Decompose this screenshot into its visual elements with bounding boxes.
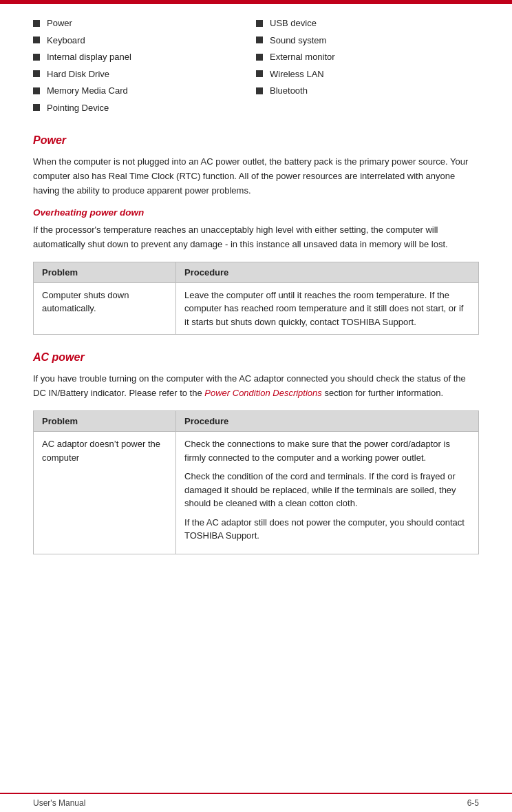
bullet-item: Pointing Device bbox=[33, 101, 256, 115]
overheating-title: Overheating power down bbox=[33, 207, 479, 218]
bullet-label: Keyboard bbox=[47, 34, 85, 48]
overheating-subsection: Overheating power down If the processor'… bbox=[33, 207, 479, 335]
bullet-icon bbox=[256, 37, 263, 43]
power-section: Power When the computer is not plugged i… bbox=[33, 134, 479, 335]
ac-table-header-problem: Problem bbox=[34, 411, 176, 432]
bullet-label: Memory Media Card bbox=[47, 84, 128, 98]
procedure-line: Check the condition of the cord and term… bbox=[184, 470, 470, 510]
overheating-table-header-procedure: Procedure bbox=[176, 262, 479, 282]
problem-cell: AC adaptor doesn’t power the computer bbox=[34, 432, 176, 554]
bullet-icon bbox=[33, 87, 40, 94]
ac-table-header-procedure: Procedure bbox=[176, 411, 479, 432]
power-paragraph: When the computer is not plugged into an… bbox=[33, 155, 479, 198]
bullet-label: Power bbox=[47, 17, 72, 30]
bullet-label: Internal display panel bbox=[47, 50, 131, 64]
ac-paragraph: If you have trouble turning on the compu… bbox=[33, 372, 479, 401]
ac-table: Problem Procedure AC adaptor doesn’t pow… bbox=[33, 410, 479, 554]
bullet-label: Sound system bbox=[270, 34, 326, 48]
bullet-label: Bluetooth bbox=[270, 84, 308, 98]
bullet-icon bbox=[256, 87, 263, 94]
footer-left: User's Manual bbox=[33, 798, 85, 808]
table-row: AC adaptor doesn’t power the computerChe… bbox=[34, 432, 479, 554]
bullet-icon bbox=[33, 70, 40, 77]
bullet-icon bbox=[33, 54, 40, 61]
bullet-icon bbox=[33, 37, 40, 43]
footer-right: 6-5 bbox=[467, 798, 479, 808]
procedure-line: Check the connections to make sure that … bbox=[184, 437, 470, 464]
problem-cell: Computer shuts down automatically. bbox=[34, 282, 176, 335]
bullet-label: Wireless LAN bbox=[270, 67, 324, 81]
bullet-icon bbox=[256, 70, 263, 77]
bullet-icon bbox=[256, 54, 263, 61]
ac-section: AC power If you have trouble turning on … bbox=[33, 351, 479, 554]
overheating-paragraph: If the processor's temperature reaches a… bbox=[33, 223, 479, 252]
procedure-cell: Leave the computer off until it reaches … bbox=[176, 282, 479, 335]
bullet-item: Keyboard bbox=[33, 34, 256, 48]
footer: User's Manual 6-5 bbox=[0, 793, 512, 812]
power-title: Power bbox=[33, 134, 479, 147]
procedure-cell: Check the connections to make sure that … bbox=[176, 432, 479, 554]
bullet-item: Wireless LAN bbox=[256, 67, 479, 81]
overheating-table: Problem Procedure Computer shuts down au… bbox=[33, 262, 479, 335]
bullet-label: External monitor bbox=[270, 50, 335, 64]
procedure-line: If the AC adaptor still does not power t… bbox=[184, 516, 470, 543]
bullet-item: Internal display panel bbox=[33, 50, 256, 64]
overheating-table-header-problem: Problem bbox=[34, 262, 176, 282]
bullet-item: USB device bbox=[256, 17, 479, 30]
bullet-label: Hard Disk Drive bbox=[47, 67, 109, 81]
bullet-item: Sound system bbox=[256, 34, 479, 48]
bullet-icon bbox=[33, 104, 40, 111]
bullet-item: Power bbox=[33, 17, 256, 30]
bullet-section: PowerKeyboardInternal display panelHard … bbox=[33, 17, 479, 118]
bullet-item: Memory Media Card bbox=[33, 84, 256, 98]
bullet-icon bbox=[33, 20, 40, 27]
bullet-col-left: PowerKeyboardInternal display panelHard … bbox=[33, 17, 256, 118]
bullet-item: Hard Disk Drive bbox=[33, 67, 256, 81]
bullet-item: Bluetooth bbox=[256, 84, 479, 98]
bullet-label: Pointing Device bbox=[47, 101, 109, 115]
bullet-icon bbox=[256, 20, 263, 27]
ac-title: AC power bbox=[33, 351, 479, 364]
ac-para-after: section for further information. bbox=[322, 388, 443, 398]
power-condition-link[interactable]: Power Condition Descriptions bbox=[204, 388, 322, 398]
main-content: PowerKeyboardInternal display panelHard … bbox=[0, 4, 512, 612]
bullet-col-right: USB deviceSound systemExternal monitorWi… bbox=[256, 17, 479, 118]
bullet-item: External monitor bbox=[256, 50, 479, 64]
bullet-label: USB device bbox=[270, 17, 317, 30]
table-row: Computer shuts down automatically.Leave … bbox=[34, 282, 479, 335]
